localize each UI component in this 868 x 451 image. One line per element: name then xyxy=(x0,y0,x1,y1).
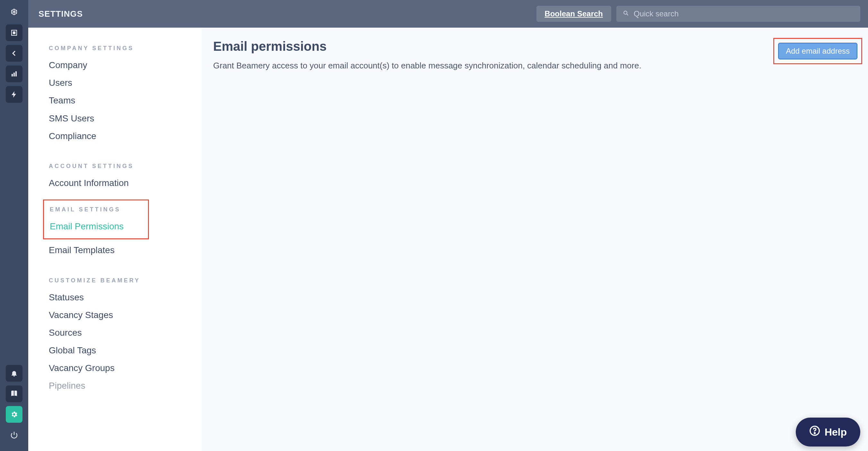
nav-statuses[interactable]: Statuses xyxy=(49,289,194,306)
page-body: Email permissions Grant Beamery access t… xyxy=(202,28,868,451)
nav-pipelines[interactable]: Pipelines xyxy=(49,377,194,394)
nav-section-customize: CUSTOMIZE BEAMERY xyxy=(49,277,194,284)
nav-section-company: COMPANY SETTINGS xyxy=(49,45,194,52)
nav-sources[interactable]: Sources xyxy=(49,324,194,341)
svg-rect-2 xyxy=(11,74,13,77)
content-area: COMPANY SETTINGS Company Users Teams SMS… xyxy=(28,28,868,451)
nav-users[interactable]: Users xyxy=(49,74,194,92)
add-email-button[interactable]: Add email address xyxy=(778,43,858,59)
svg-rect-3 xyxy=(13,72,15,77)
rail-power[interactable] xyxy=(6,427,23,443)
page-title: Email permissions xyxy=(213,39,641,54)
svg-rect-4 xyxy=(16,71,17,77)
rail-notifications[interactable] xyxy=(6,365,23,382)
topbar-title: SETTINGS xyxy=(38,9,83,19)
nav-vacancy-groups[interactable]: Vacancy Groups xyxy=(49,359,194,377)
boolean-search-button[interactable]: Boolean Search xyxy=(536,6,611,22)
quick-search[interactable] xyxy=(616,6,860,22)
topbar: SETTINGS Boolean Search xyxy=(28,0,868,28)
nav-vacancy-stages[interactable]: Vacancy Stages xyxy=(49,306,194,324)
add-email-highlight: Add email address xyxy=(773,38,862,64)
search-icon xyxy=(623,10,629,18)
nav-teams[interactable]: Teams xyxy=(49,92,194,109)
nav-email-permissions[interactable]: Email Permissions xyxy=(50,217,144,235)
help-label: Help xyxy=(825,426,847,438)
rail-reports[interactable] xyxy=(6,65,23,82)
rail-back[interactable] xyxy=(6,45,23,62)
help-icon xyxy=(809,425,825,439)
rail-docs[interactable] xyxy=(6,386,23,402)
rail-automation[interactable] xyxy=(6,86,23,103)
rail-dashboard[interactable] xyxy=(6,24,23,41)
add-email-label: Add email address xyxy=(786,47,850,55)
rail-settings[interactable] xyxy=(6,406,23,423)
email-settings-highlight: EMAIL SETTINGS Email Permissions xyxy=(43,200,149,239)
quick-search-input[interactable] xyxy=(634,9,854,18)
boolean-search-label: Boolean Search xyxy=(545,9,603,18)
main-column: SETTINGS Boolean Search COMPANY SETTINGS… xyxy=(28,0,868,451)
nav-account-info[interactable]: Account Information xyxy=(49,174,194,192)
svg-line-6 xyxy=(627,14,628,16)
svg-rect-1 xyxy=(13,32,15,34)
nav-sms-users[interactable]: SMS Users xyxy=(49,110,194,127)
nav-email-templates[interactable]: Email Templates xyxy=(49,241,194,259)
page-description: Grant Beamery access to your email accou… xyxy=(213,61,641,71)
help-button[interactable]: Help xyxy=(796,418,860,447)
logo-icon[interactable] xyxy=(6,4,23,21)
nav-global-tags[interactable]: Global Tags xyxy=(49,341,194,359)
nav-section-account: ACCOUNT SETTINGS xyxy=(49,163,194,170)
svg-point-8 xyxy=(814,433,815,434)
svg-point-5 xyxy=(624,11,627,14)
nav-section-email: EMAIL SETTINGS xyxy=(50,206,144,213)
icon-rail xyxy=(0,0,28,451)
settings-nav: COMPANY SETTINGS Company Users Teams SMS… xyxy=(28,28,202,451)
nav-company[interactable]: Company xyxy=(49,56,194,74)
nav-compliance[interactable]: Compliance xyxy=(49,127,194,145)
